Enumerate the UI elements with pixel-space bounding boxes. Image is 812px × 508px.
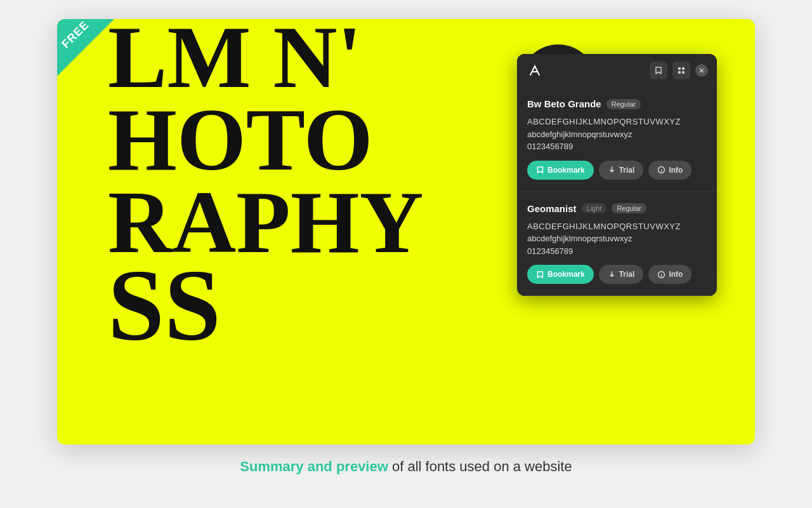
font-preview-2-nums: 0123456789: [527, 245, 707, 258]
font-entry-2: Geomanist Light Regular ABCDEFGHIJKLMNOP…: [517, 192, 717, 297]
font-preview-1-upper: ABCDEFGHIJKLMNOPQRSTUVWXYZ: [527, 116, 707, 128]
font-preview-2: ABCDEFGHIJKLMNOPQRSTUVWXYZ abcdefghijklm…: [527, 220, 707, 258]
free-badge-text: FREE: [59, 19, 92, 51]
font-preview-2-lower: abcdefghijklmnopqrstuvwxyz: [527, 232, 707, 245]
panel-content[interactable]: Bw Beto Grande Regular ABCDEFGHIJKLMNOPQ…: [517, 87, 717, 296]
font-preview-1-lower: abcdefghijklmnopqrstuvwxyz: [527, 128, 707, 141]
font-preview-1: ABCDEFGHIJKLMNOPQRSTUVWXYZ abcdefghijklm…: [527, 116, 707, 153]
big-text-line-4: SS: [108, 254, 221, 356]
caption-highlight: Summary and preview: [240, 458, 388, 474]
font-preview-2-upper: ABCDEFGHIJKLMNOPQRSTUVWXYZ: [527, 220, 707, 233]
svg-text:i: i: [661, 272, 662, 278]
bookmark-button-1[interactable]: Bookmark: [527, 161, 594, 180]
info-button-1[interactable]: i Info: [648, 161, 691, 180]
trial-button-1[interactable]: Trial: [599, 161, 644, 180]
svg-rect-0: [678, 67, 681, 70]
font-preview-1-nums: 0123456789: [527, 140, 707, 153]
caption-rest: of all fonts used on a website: [388, 458, 572, 474]
font-name-2: Geomanist: [527, 203, 577, 214]
big-text-line-2: HOTO: [108, 95, 373, 184]
yellow-background: FREE LM N' HOTO RAPHY SS: [57, 19, 755, 444]
info-button-2[interactable]: i Info: [648, 265, 691, 284]
font-actions-1: Bookmark Trial i: [527, 161, 707, 180]
svg-rect-3: [682, 71, 684, 74]
trial-button-2[interactable]: Trial: [599, 265, 644, 284]
close-button[interactable]: [695, 64, 708, 77]
font-panel: Bw Beto Grande Regular ABCDEFGHIJKLMNOPQ…: [517, 54, 717, 296]
page-caption: Summary and preview of all fonts used on…: [240, 458, 572, 475]
screenshot-area: FREE LM N' HOTO RAPHY SS: [57, 19, 755, 444]
font-name-1: Bw Beto Grande: [527, 98, 601, 109]
bookmark-button-2[interactable]: Bookmark: [527, 265, 594, 284]
font-entry-1: Bw Beto Grande Regular ABCDEFGHIJKLMNOPQ…: [517, 87, 717, 192]
font-tag-1-regular: Regular: [606, 99, 641, 109]
panel-header-icons: [650, 62, 708, 79]
font-actions-2: Bookmark Trial i: [527, 265, 707, 284]
font-tag-2-light: Light: [582, 203, 607, 213]
font-entry-1-header: Bw Beto Grande Regular: [527, 98, 707, 109]
grid-icon-btn[interactable]: [672, 62, 690, 79]
big-text-line-1: LM N': [108, 19, 362, 102]
font-entry-2-header: Geomanist Light Regular: [527, 203, 707, 214]
svg-rect-2: [678, 71, 681, 74]
typography-display: LM N' HOTO RAPHY SS: [57, 19, 596, 444]
panel-logo: [526, 62, 544, 79]
bookmark-icon-btn[interactable]: [650, 62, 667, 79]
svg-rect-1: [682, 67, 684, 70]
panel-header: [517, 54, 717, 87]
svg-text:i: i: [661, 168, 662, 173]
font-tag-2-regular: Regular: [612, 203, 646, 213]
